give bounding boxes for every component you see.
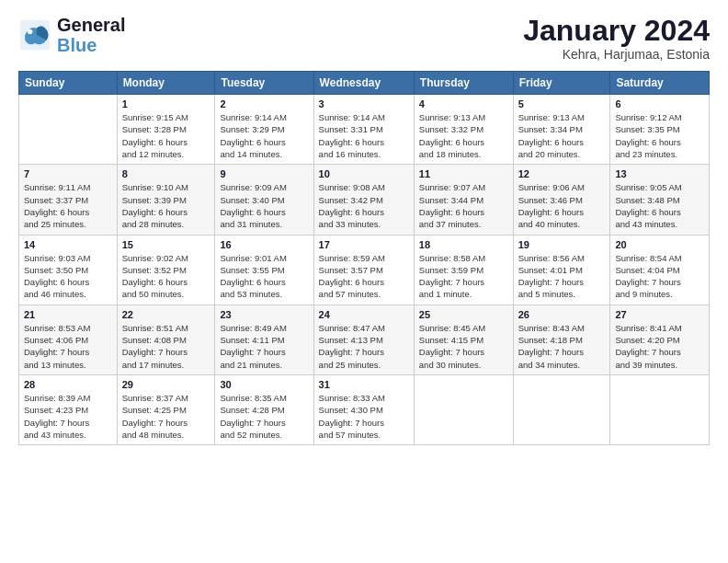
day-number: 17 bbox=[319, 239, 409, 250]
day-info: Sunrise: 8:39 AM Sunset: 4:23 PM Dayligh… bbox=[24, 392, 112, 441]
day-number: 8 bbox=[122, 168, 210, 179]
day-info: Sunrise: 8:53 AM Sunset: 4:06 PM Dayligh… bbox=[24, 322, 112, 371]
calendar-cell: 13Sunrise: 9:05 AM Sunset: 3:48 PM Dayli… bbox=[610, 165, 710, 235]
calendar-cell: 18Sunrise: 8:58 AM Sunset: 3:59 PM Dayli… bbox=[414, 235, 513, 304]
calendar-cell: 27Sunrise: 8:41 AM Sunset: 4:20 PM Dayli… bbox=[610, 304, 710, 374]
day-info: Sunrise: 8:45 AM Sunset: 4:15 PM Dayligh… bbox=[419, 322, 508, 371]
month-year: January 2024 bbox=[523, 15, 710, 47]
day-number: 20 bbox=[615, 239, 704, 250]
day-number: 25 bbox=[419, 309, 508, 320]
day-info: Sunrise: 9:14 AM Sunset: 3:29 PM Dayligh… bbox=[220, 111, 308, 160]
weekday-header-sunday: Sunday bbox=[19, 72, 118, 95]
day-number: 15 bbox=[122, 239, 210, 250]
day-info: Sunrise: 8:56 AM Sunset: 4:01 PM Dayligh… bbox=[518, 252, 606, 301]
svg-point-1 bbox=[28, 29, 32, 34]
calendar-cell: 8Sunrise: 9:10 AM Sunset: 3:39 PM Daylig… bbox=[117, 165, 215, 235]
day-info: Sunrise: 9:05 AM Sunset: 3:48 PM Dayligh… bbox=[615, 181, 704, 230]
day-number: 30 bbox=[220, 379, 308, 390]
calendar-cell: 19Sunrise: 8:56 AM Sunset: 4:01 PM Dayli… bbox=[513, 235, 610, 304]
calendar-cell: 15Sunrise: 9:02 AM Sunset: 3:52 PM Dayli… bbox=[117, 235, 215, 304]
calendar-cell: 31Sunrise: 8:33 AM Sunset: 4:30 PM Dayli… bbox=[313, 374, 414, 444]
weekday-header-thursday: Thursday bbox=[414, 72, 513, 95]
day-number: 12 bbox=[518, 168, 606, 179]
day-info: Sunrise: 8:33 AM Sunset: 4:30 PM Dayligh… bbox=[319, 392, 409, 441]
weekday-row: SundayMondayTuesdayWednesdayThursdayFrid… bbox=[19, 72, 710, 95]
calendar-cell bbox=[513, 374, 610, 444]
day-number: 26 bbox=[518, 309, 606, 320]
day-info: Sunrise: 9:03 AM Sunset: 3:50 PM Dayligh… bbox=[24, 252, 112, 301]
day-number: 7 bbox=[24, 168, 112, 179]
logo-line1: General bbox=[57, 15, 125, 35]
calendar-week-2: 7Sunrise: 9:11 AM Sunset: 3:37 PM Daylig… bbox=[19, 165, 710, 235]
calendar-week-4: 21Sunrise: 8:53 AM Sunset: 4:06 PM Dayli… bbox=[19, 304, 710, 374]
calendar-header: SundayMondayTuesdayWednesdayThursdayFrid… bbox=[19, 72, 710, 95]
logo: General Blue bbox=[18, 15, 125, 55]
day-info: Sunrise: 8:41 AM Sunset: 4:20 PM Dayligh… bbox=[615, 322, 704, 371]
calendar-cell: 4Sunrise: 9:13 AM Sunset: 3:32 PM Daylig… bbox=[414, 95, 513, 165]
day-number: 22 bbox=[122, 309, 210, 320]
day-info: Sunrise: 9:14 AM Sunset: 3:31 PM Dayligh… bbox=[319, 111, 409, 160]
day-info: Sunrise: 8:35 AM Sunset: 4:28 PM Dayligh… bbox=[220, 392, 308, 441]
day-info: Sunrise: 9:06 AM Sunset: 3:46 PM Dayligh… bbox=[518, 181, 606, 230]
logo-icon bbox=[18, 18, 51, 52]
calendar-week-5: 28Sunrise: 8:39 AM Sunset: 4:23 PM Dayli… bbox=[19, 374, 710, 444]
day-info: Sunrise: 8:37 AM Sunset: 4:25 PM Dayligh… bbox=[122, 392, 210, 441]
day-number: 31 bbox=[319, 379, 409, 390]
calendar-cell: 25Sunrise: 8:45 AM Sunset: 4:15 PM Dayli… bbox=[414, 304, 513, 374]
calendar-cell: 10Sunrise: 9:08 AM Sunset: 3:42 PM Dayli… bbox=[313, 165, 414, 235]
day-number: 28 bbox=[24, 379, 112, 390]
day-number: 1 bbox=[122, 98, 210, 109]
calendar-cell: 7Sunrise: 9:11 AM Sunset: 3:37 PM Daylig… bbox=[19, 165, 118, 235]
day-info: Sunrise: 9:09 AM Sunset: 3:40 PM Dayligh… bbox=[220, 181, 308, 230]
calendar-cell: 1Sunrise: 9:15 AM Sunset: 3:28 PM Daylig… bbox=[117, 95, 215, 165]
calendar-cell: 20Sunrise: 8:54 AM Sunset: 4:04 PM Dayli… bbox=[610, 235, 710, 304]
calendar-cell: 29Sunrise: 8:37 AM Sunset: 4:25 PM Dayli… bbox=[117, 374, 215, 444]
weekday-header-friday: Friday bbox=[513, 72, 610, 95]
day-number: 11 bbox=[419, 168, 508, 179]
calendar-cell: 21Sunrise: 8:53 AM Sunset: 4:06 PM Dayli… bbox=[19, 304, 118, 374]
day-number: 14 bbox=[24, 239, 112, 250]
day-info: Sunrise: 8:49 AM Sunset: 4:11 PM Dayligh… bbox=[220, 322, 308, 371]
day-number: 18 bbox=[419, 239, 508, 250]
day-info: Sunrise: 8:58 AM Sunset: 3:59 PM Dayligh… bbox=[419, 252, 508, 301]
day-info: Sunrise: 9:10 AM Sunset: 3:39 PM Dayligh… bbox=[122, 181, 210, 230]
weekday-header-tuesday: Tuesday bbox=[215, 72, 313, 95]
calendar-cell: 28Sunrise: 8:39 AM Sunset: 4:23 PM Dayli… bbox=[19, 374, 118, 444]
day-info: Sunrise: 9:01 AM Sunset: 3:55 PM Dayligh… bbox=[220, 252, 308, 301]
day-number: 19 bbox=[518, 239, 606, 250]
day-number: 27 bbox=[615, 309, 704, 320]
day-info: Sunrise: 9:13 AM Sunset: 3:32 PM Dayligh… bbox=[419, 111, 508, 160]
calendar-cell: 6Sunrise: 9:12 AM Sunset: 3:35 PM Daylig… bbox=[610, 95, 710, 165]
day-info: Sunrise: 9:12 AM Sunset: 3:35 PM Dayligh… bbox=[615, 111, 704, 160]
calendar-cell: 22Sunrise: 8:51 AM Sunset: 4:08 PM Dayli… bbox=[117, 304, 215, 374]
logo-text: General Blue bbox=[57, 15, 125, 55]
calendar-week-3: 14Sunrise: 9:03 AM Sunset: 3:50 PM Dayli… bbox=[19, 235, 710, 304]
day-number: 23 bbox=[220, 309, 308, 320]
calendar-cell: 5Sunrise: 9:13 AM Sunset: 3:34 PM Daylig… bbox=[513, 95, 610, 165]
day-number: 2 bbox=[220, 98, 308, 109]
day-info: Sunrise: 8:47 AM Sunset: 4:13 PM Dayligh… bbox=[319, 322, 409, 371]
day-info: Sunrise: 9:07 AM Sunset: 3:44 PM Dayligh… bbox=[419, 181, 508, 230]
calendar-cell: 12Sunrise: 9:06 AM Sunset: 3:46 PM Dayli… bbox=[513, 165, 610, 235]
day-info: Sunrise: 9:15 AM Sunset: 3:28 PM Dayligh… bbox=[122, 111, 210, 160]
page: General Blue January 2024 Kehra, Harjuma… bbox=[0, 0, 728, 563]
calendar-cell: 11Sunrise: 9:07 AM Sunset: 3:44 PM Dayli… bbox=[414, 165, 513, 235]
day-info: Sunrise: 8:51 AM Sunset: 4:08 PM Dayligh… bbox=[122, 322, 210, 371]
day-number: 21 bbox=[24, 309, 112, 320]
day-info: Sunrise: 9:11 AM Sunset: 3:37 PM Dayligh… bbox=[24, 181, 112, 230]
logo-line2: Blue bbox=[57, 35, 125, 55]
calendar-cell: 9Sunrise: 9:09 AM Sunset: 3:40 PM Daylig… bbox=[215, 165, 313, 235]
day-number: 29 bbox=[122, 379, 210, 390]
day-number: 9 bbox=[220, 168, 308, 179]
day-number: 4 bbox=[419, 98, 508, 109]
calendar-cell: 16Sunrise: 9:01 AM Sunset: 3:55 PM Dayli… bbox=[215, 235, 313, 304]
day-info: Sunrise: 9:02 AM Sunset: 3:52 PM Dayligh… bbox=[122, 252, 210, 301]
day-info: Sunrise: 8:43 AM Sunset: 4:18 PM Dayligh… bbox=[518, 322, 606, 371]
day-number: 16 bbox=[220, 239, 308, 250]
calendar-table: SundayMondayTuesdayWednesdayThursdayFrid… bbox=[18, 71, 710, 445]
calendar-cell bbox=[19, 95, 118, 165]
day-number: 6 bbox=[615, 98, 704, 109]
title-area: January 2024 Kehra, Harjumaa, Estonia bbox=[523, 15, 710, 62]
calendar-cell: 26Sunrise: 8:43 AM Sunset: 4:18 PM Dayli… bbox=[513, 304, 610, 374]
calendar-cell: 30Sunrise: 8:35 AM Sunset: 4:28 PM Dayli… bbox=[215, 374, 313, 444]
